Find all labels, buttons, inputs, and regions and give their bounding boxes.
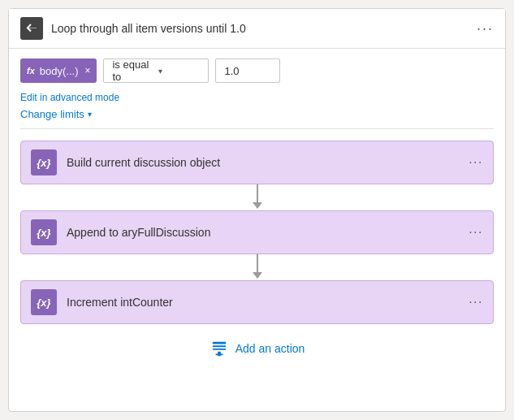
svg-rect-1 xyxy=(212,345,226,347)
svg-rect-3 xyxy=(218,352,221,357)
condition-chip[interactable]: fx body(...) × xyxy=(20,58,97,83)
arrow-connector-2 xyxy=(20,254,494,280)
add-action-label: Add an action xyxy=(235,342,305,355)
add-action-icon xyxy=(209,339,229,358)
condition-chip-text: body(...) xyxy=(40,65,79,77)
add-action-area: Add an action xyxy=(20,324,494,365)
chevron-down-icon: ▾ xyxy=(88,110,92,119)
action-more-button-2[interactable]: ··· xyxy=(469,225,483,240)
loop-container: Loop through all item versions until 1.0… xyxy=(8,8,506,412)
change-limits-label: Change limits xyxy=(20,108,84,120)
action-block-1: {x} Build current discussion object ··· xyxy=(20,141,494,184)
action-more-button-3[interactable]: ··· xyxy=(469,295,483,310)
action-icon-3: {x} xyxy=(31,289,57,315)
svg-rect-4 xyxy=(215,353,222,355)
action-block-2: {x} Append to aryFullDiscussion ··· xyxy=(20,210,494,254)
arrow-connector-1 xyxy=(20,184,494,210)
actions-area: {x} Build current discussion object ··· … xyxy=(20,141,494,324)
action-block-3: {x} Increment intCounter ··· xyxy=(20,280,494,324)
chevron-down-icon: ▾ xyxy=(158,67,200,76)
fx-icon: fx xyxy=(27,66,35,76)
svg-rect-2 xyxy=(212,349,226,350)
action-more-button-1[interactable]: ··· xyxy=(469,155,483,170)
back-icon[interactable] xyxy=(20,17,43,40)
operator-label: is equal to xyxy=(112,58,153,83)
action-label-1: Build current discussion object xyxy=(67,156,469,169)
condition-chip-close[interactable]: × xyxy=(84,65,90,76)
action-label-3: Increment intCounter xyxy=(67,296,469,309)
operator-select[interactable]: is equal to ▾ xyxy=(103,58,209,83)
advanced-mode-link[interactable]: Edit in advanced mode xyxy=(20,92,119,103)
condition-row: fx body(...) × is equal to ▾ 1.0 xyxy=(20,58,494,83)
svg-rect-0 xyxy=(212,342,226,344)
header: Loop through all item versions until 1.0… xyxy=(9,9,505,49)
action-icon-1: {x} xyxy=(31,149,57,175)
body: fx body(...) × is equal to ▾ 1.0 Edit in… xyxy=(9,49,505,375)
header-more-button[interactable]: ··· xyxy=(477,20,494,37)
change-limits-button[interactable]: Change limits ▾ xyxy=(20,108,494,129)
loop-title: Loop through all item versions until 1.0 xyxy=(51,22,477,35)
action-label-2: Append to aryFullDiscussion xyxy=(67,226,469,239)
condition-value[interactable]: 1.0 xyxy=(215,58,280,83)
action-icon-2: {x} xyxy=(31,219,57,245)
add-action-button[interactable]: Add an action xyxy=(209,339,305,358)
